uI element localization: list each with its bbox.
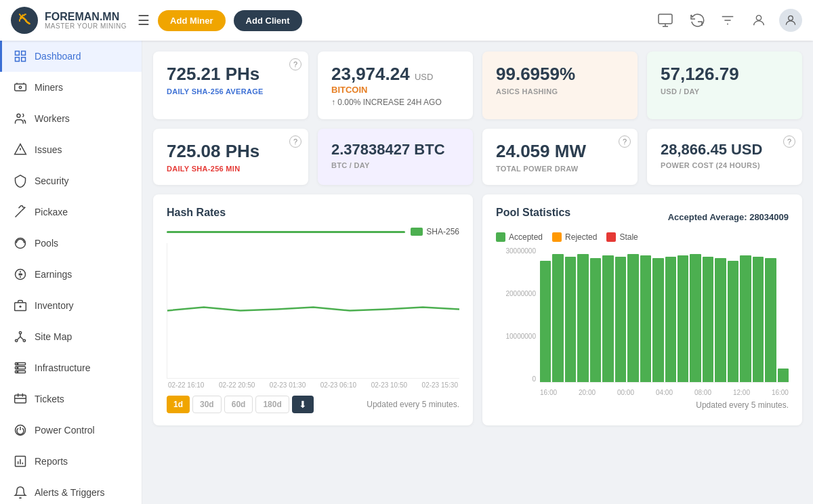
stat-value-powercost: 28,866.45 USD [661,141,789,159]
svg-point-2 [789,16,793,20]
stats-grid-bottom: ? 725.08 PHs DAILY SHA-256 MIN 2.3783842… [153,129,802,185]
sidebar-label-dashboard: Dashboard [35,51,81,62]
sidebar-item-infrastructure[interactable]: Infrastructure [0,352,142,383]
monitor-icon[interactable] [654,9,676,31]
sidebar-label-reports: Reports [35,456,68,467]
svg-rect-3 [16,51,20,56]
sidebar-label-issues: Issues [35,144,62,155]
inventory-icon [13,298,28,313]
sidebar-item-pickaxe[interactable]: Pickaxe [0,196,142,228]
sidebar-label-infrastructure: Infrastructure [35,362,90,373]
svg-point-25 [17,367,18,369]
svg-point-8 [19,86,21,88]
alerts-icon [13,485,28,500]
sidebar-label-earnings: Earnings [35,269,72,280]
legend-accepted: Accepted [496,232,543,242]
workers-icon [13,111,28,126]
svg-rect-6 [22,58,26,62]
sidebar-item-tickets[interactable]: Tickets [0,383,142,415]
stat-card-sha256avg: ? 725.21 PHs DAILY SHA-256 AVERAGE [153,51,308,119]
bitcoin-increase: ↑ 0.00% INCREASE 24H AGO [331,98,459,107]
sidebar-item-reports[interactable]: Reports [0,446,142,477]
charts-row: Hash Rates SHA-256 02-22 16:10 02-22 20:… [153,194,802,425]
stat-label-sha256min: DAILY SHA-256 MIN [167,165,295,173]
hashrate-footer: 1d 30d 60d 180d ⬇ Updated every 5 minute… [167,396,459,413]
stat-card-asics: 99.6959% ASICs Hashing [482,51,638,119]
help-badge-1[interactable]: ? [289,58,301,70]
tickets-icon [13,392,28,406]
svg-point-9 [17,114,20,117]
help-badge-8[interactable]: ? [783,135,795,148]
stat-card-sha256min: ? 725.08 PHs DAILY SHA-256 MIN [153,129,308,185]
svg-point-24 [17,363,18,364]
main-layout: Dashboard Miners Workers Issues Security [0,41,813,504]
pool-legend: Accepted Rejected Stale [496,232,789,242]
hashrate-chart-card: Hash Rates SHA-256 02-22 16:10 02-22 20:… [153,194,473,425]
brand-name: FOREMAN.MN [45,11,127,23]
powercontrol-icon [13,423,28,438]
sidebar-label-alerts: Alerts & Triggers [35,487,104,498]
sidebar-label-inventory: Inventory [35,300,74,311]
refresh-icon[interactable] [686,9,707,31]
stats-grid-top: ? 725.21 PHs DAILY SHA-256 AVERAGE 23,97… [153,51,802,119]
sidebar-item-earnings[interactable]: Earnings [0,259,142,290]
earnings-icon [13,267,28,282]
help-badge-7[interactable]: ? [619,135,631,148]
stat-value-power: 24.059 MW [496,141,624,162]
logo-text: FOREMAN.MN MASTER YOUR MINING [45,11,127,30]
legend-rejected: Rejected [552,232,597,242]
logo-icon: ⛏ [11,7,38,34]
legend-stale: Stale [606,232,638,242]
sidebar-item-dashboard[interactable]: Dashboard [0,41,142,72]
security-icon [13,173,28,188]
time-btn-1d[interactable]: 1d [167,396,190,413]
stat-label-sha256avg: DAILY SHA-256 AVERAGE [167,87,295,96]
svg-rect-4 [22,51,26,56]
stat-label-asics: ASICs Hashing [496,87,624,96]
topbar: ⛏ FOREMAN.MN MASTER YOUR MINING ☰ Add Mi… [0,0,813,41]
svg-line-12 [16,211,22,217]
sidebar-item-issues[interactable]: Issues [0,134,142,165]
user-avatar[interactable] [779,9,802,32]
sidebar-label-miners: Miners [35,82,63,93]
stat-value-usdday: 57,126.79 [661,64,789,85]
sidebar-item-sitemap[interactable]: Site Map [0,321,142,352]
add-client-button[interactable]: Add Client [234,10,302,31]
hashrate-x-labels: 02-22 16:10 02-22 20:50 02-23 01:30 02-2… [167,381,459,389]
stat-value-sha256min: 725.08 PHs [167,141,295,162]
issues-icon [13,142,28,157]
time-btn-180d[interactable]: 180d [255,396,289,413]
sidebar-item-security[interactable]: Security [0,165,142,196]
pool-footer: Updated every 5 minutes. [496,400,789,410]
sidebar-item-inventory[interactable]: Inventory [0,290,142,321]
sidebar-item-miners[interactable]: Miners [0,72,142,103]
time-btn-30d[interactable]: 30d [192,396,222,413]
stat-label-btcday: BTC / Day [331,161,459,169]
pool-updated: Updated every 5 minutes. [696,400,789,410]
topbar-right [654,9,802,32]
pool-bar-chart: 30000000 20000000 10000000 0 [496,247,789,396]
person-icon[interactable] [748,9,770,31]
download-button[interactable]: ⬇ [292,396,314,413]
stat-label-powercost: POWER COST (24 HOURS) [661,161,789,169]
time-btn-60d[interactable]: 60d [224,396,253,413]
miners-icon [13,80,28,95]
sidebar-item-powercontrol[interactable]: Power Control [0,415,142,446]
sidebar-item-pools[interactable]: Pools [0,228,142,259]
help-badge-5[interactable]: ? [289,135,301,148]
hamburger-icon[interactable]: ☰ [138,12,150,28]
pool-header: Pool Statistics Accepted Average: 280340… [496,207,789,227]
sidebar-label-tickets: Tickets [35,394,64,404]
sidebar-item-workers[interactable]: Workers [0,103,142,134]
stat-label-usdday: USD / Day [661,87,789,96]
svg-rect-27 [15,395,26,403]
sidebar-item-alerts[interactable]: Alerts & Triggers [0,477,142,504]
filter-icon[interactable] [717,9,738,31]
time-buttons: 1d 30d 60d 180d ⬇ [167,396,314,413]
stat-value-sha256avg: 725.21 PHs [167,64,295,85]
infrastructure-icon [13,360,28,375]
svg-rect-7 [15,84,26,91]
add-miner-button[interactable]: Add Miner [158,10,226,31]
logo-area: ⛏ FOREMAN.MN MASTER YOUR MINING [11,7,127,34]
stat-card-usdday: 57,126.79 USD / Day [647,51,802,119]
